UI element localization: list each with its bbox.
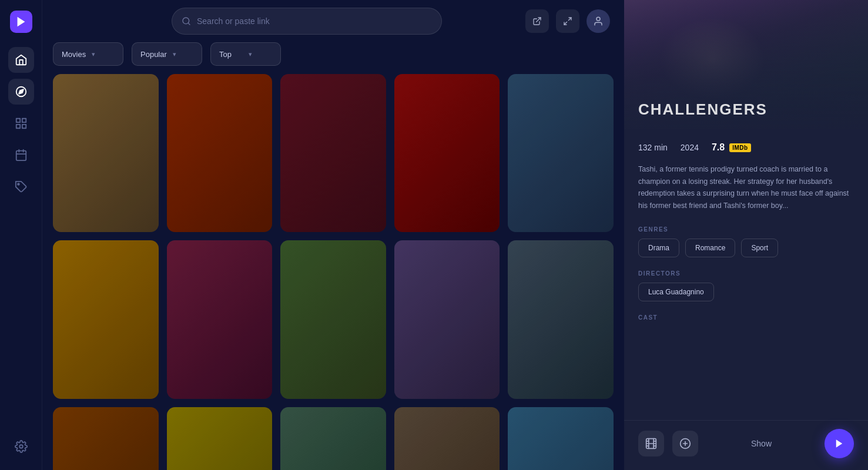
movie-card[interactable] xyxy=(280,74,386,232)
svg-line-17 xyxy=(564,22,567,25)
filter-time[interactable]: Top ▾ xyxy=(210,42,281,66)
detail-backdrop: CHALLENGERS xyxy=(624,0,868,129)
fullscreen-icon xyxy=(563,16,572,26)
movie-card[interactable] xyxy=(53,407,159,470)
svg-rect-6 xyxy=(16,125,19,128)
sidebar-item-home[interactable] xyxy=(8,47,34,73)
detail-panel: CHALLENGERS 132 min 2024 7.8 IMDb Tashi,… xyxy=(624,0,868,470)
genre-tag-item[interactable]: Romance xyxy=(685,239,735,257)
fullscreen-button[interactable] xyxy=(556,9,579,33)
user-icon xyxy=(593,16,604,26)
movie-grid-container xyxy=(42,74,624,470)
director-tag[interactable]: Luca Guadagnino xyxy=(638,283,714,301)
play-button[interactable] xyxy=(825,429,854,458)
filters-bar: Movies ▾ Popular ▾ Top ▾ xyxy=(42,42,624,74)
detail-duration: 132 min xyxy=(638,143,668,152)
detail-year: 2024 xyxy=(681,143,699,152)
svg-rect-4 xyxy=(22,119,25,122)
film-icon xyxy=(645,438,657,449)
genres-label: GENRES xyxy=(638,226,854,233)
header-actions xyxy=(525,9,610,33)
genre-tag-item[interactable]: Sport xyxy=(741,239,778,257)
movie-card[interactable] xyxy=(394,407,500,470)
genre-tag-item[interactable]: Drama xyxy=(638,239,679,257)
genre-tags: DramaRomanceSport xyxy=(638,239,854,257)
svg-point-18 xyxy=(596,17,600,21)
movie-card[interactable] xyxy=(167,407,273,470)
svg-marker-30 xyxy=(836,439,843,448)
external-link-button[interactable] xyxy=(525,9,549,33)
search-input[interactable] xyxy=(197,16,432,26)
cinema-button[interactable] xyxy=(638,431,664,456)
svg-point-12 xyxy=(19,445,23,448)
chevron-down-icon: ▾ xyxy=(249,51,272,58)
detail-info: 132 min 2024 7.8 IMDb Tashi, a former te… xyxy=(624,129,868,420)
svg-line-14 xyxy=(188,23,190,25)
svg-point-11 xyxy=(18,183,19,185)
sidebar xyxy=(0,0,42,470)
detail-rating-row: 7.8 IMDb xyxy=(712,142,751,153)
svg-line-16 xyxy=(568,18,571,21)
search-icon xyxy=(182,16,191,26)
svg-line-15 xyxy=(537,18,541,22)
detail-title: CHALLENGERS xyxy=(638,100,854,119)
svg-marker-0 xyxy=(17,17,25,27)
movie-card[interactable] xyxy=(167,74,273,232)
movie-card[interactable] xyxy=(280,407,386,470)
movie-card[interactable] xyxy=(394,74,500,232)
movie-card[interactable] xyxy=(508,407,614,470)
sidebar-item-settings[interactable] xyxy=(8,434,34,459)
filter-type[interactable]: Movies ▾ xyxy=(53,42,123,66)
movie-card[interactable] xyxy=(508,240,614,398)
chevron-down-icon: ▾ xyxy=(92,51,115,58)
sidebar-item-plugins[interactable] xyxy=(8,174,34,200)
detail-description: Tashi, a former tennis prodigy turned co… xyxy=(638,163,854,212)
filter-sort[interactable]: Popular ▾ xyxy=(132,42,202,66)
sidebar-item-discover[interactable] xyxy=(8,79,34,105)
svg-rect-7 xyxy=(16,151,26,161)
play-icon xyxy=(834,438,844,449)
sidebar-item-schedule[interactable] xyxy=(8,142,34,168)
movie-card[interactable] xyxy=(53,74,159,232)
svg-rect-3 xyxy=(16,119,19,122)
movie-grid xyxy=(53,74,614,470)
movie-card[interactable] xyxy=(394,240,500,398)
detail-meta: 132 min 2024 7.8 IMDb xyxy=(638,142,854,153)
directors-label: DIRECTORS xyxy=(638,270,854,277)
show-button[interactable]: Show xyxy=(706,431,816,456)
header xyxy=(42,0,624,42)
svg-rect-5 xyxy=(22,125,25,128)
cast-label: CAST xyxy=(638,314,854,321)
imdb-badge: IMDb xyxy=(729,143,750,152)
app-logo[interactable] xyxy=(10,11,32,33)
search-bar[interactable] xyxy=(172,8,442,35)
detail-rating: 7.8 xyxy=(712,142,725,153)
chevron-down-icon: ▾ xyxy=(173,51,193,58)
user-avatar-button[interactable] xyxy=(587,9,610,33)
add-to-list-button[interactable] xyxy=(672,431,698,456)
movie-card[interactable] xyxy=(280,240,386,398)
svg-marker-2 xyxy=(19,89,24,94)
movie-card[interactable] xyxy=(53,240,159,398)
external-link-icon xyxy=(532,16,542,26)
sidebar-item-library[interactable] xyxy=(8,110,34,136)
detail-footer: Show xyxy=(624,420,868,470)
movie-card[interactable] xyxy=(167,240,273,398)
plus-circle-icon xyxy=(679,438,691,449)
movie-card[interactable] xyxy=(508,74,614,232)
main-content: Movies ▾ Popular ▾ Top ▾ xyxy=(42,0,624,470)
